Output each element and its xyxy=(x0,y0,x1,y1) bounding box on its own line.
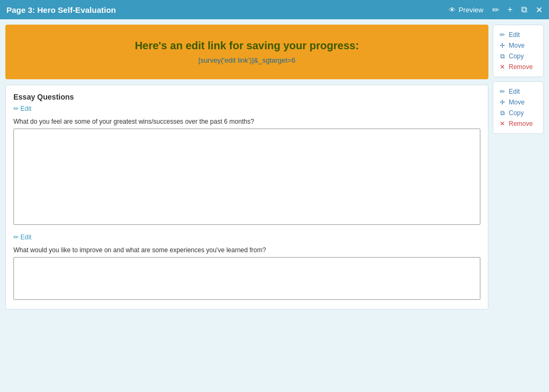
pencil-icon: ✏ xyxy=(13,105,19,112)
banner-link: [survey('edit link')]&_sgtarget=6 xyxy=(16,56,478,64)
copy-icon-button[interactable]: ⧉ xyxy=(521,5,527,14)
essay-edit-button[interactable]: ✏ Edit xyxy=(499,86,538,97)
essay-copy-icon: ⧉ xyxy=(499,109,506,117)
question-1-edit-link[interactable]: ✏ Edit xyxy=(13,233,32,241)
edit-icon: ✏ xyxy=(499,31,506,39)
essay-actions-group: ✏ Edit ✛ Move ⧉ Copy ✕ Remove xyxy=(493,81,544,134)
close-icon-button[interactable]: ✕ xyxy=(536,5,543,15)
essay-remove-button[interactable]: ✕ Remove xyxy=(499,118,538,129)
banner-move-button[interactable]: ✛ Move xyxy=(499,40,538,51)
essay-copy-button[interactable]: ⧉ Copy xyxy=(499,108,538,118)
edit-icon-button[interactable]: ✏ xyxy=(492,5,499,15)
banner-actions-group: ✏ Edit ✛ Move ⧉ Copy ✕ Remove xyxy=(493,25,544,77)
essay-edit-icon: ✏ xyxy=(499,88,506,95)
title-bar: Page 3: Hero Self-Evaluation 👁 Preview ✏… xyxy=(0,0,549,19)
left-column: Here's an edit link for saving your prog… xyxy=(5,25,488,387)
remove-icon: ✕ xyxy=(499,63,506,71)
title-bar-actions: 👁 Preview ✏ + ⧉ ✕ xyxy=(449,5,543,15)
main-content: Here's an edit link for saving your prog… xyxy=(0,19,549,392)
question-1-textarea[interactable] xyxy=(13,129,480,225)
preview-label: Preview xyxy=(458,6,483,14)
essay-move-icon: ✛ xyxy=(499,99,506,106)
essay-remove-icon: ✕ xyxy=(499,120,506,127)
preview-button[interactable]: 👁 Preview xyxy=(449,6,483,14)
question-1-label: What do you feel are some of your greate… xyxy=(13,118,480,125)
banner-block: Here's an edit link for saving your prog… xyxy=(5,25,488,79)
essay-move-button[interactable]: ✛ Move xyxy=(499,97,538,108)
page-title: Page 3: Hero Self-Evaluation xyxy=(6,5,116,14)
right-sidebar: ✏ Edit ✛ Move ⧉ Copy ✕ Remove ✏ Edit xyxy=(493,25,544,387)
essay-block-title: Essay Questions xyxy=(13,93,480,101)
question-2-textarea[interactable] xyxy=(13,257,480,300)
essay-block-edit-link[interactable]: ✏ Edit xyxy=(13,105,32,112)
copy-icon: ⧉ xyxy=(499,52,506,60)
banner-title: Here's an edit link for saving your prog… xyxy=(16,40,478,52)
pencil-icon-q1: ✏ xyxy=(13,233,19,241)
banner-copy-button[interactable]: ⧉ Copy xyxy=(499,51,538,62)
question-2-label: What would you like to improve on and wh… xyxy=(13,246,480,254)
essay-block: Essay Questions ✏ Edit What do you feel … xyxy=(5,85,488,310)
add-icon-button[interactable]: + xyxy=(508,5,513,14)
banner-remove-button[interactable]: ✕ Remove xyxy=(499,62,538,72)
banner-edit-button[interactable]: ✏ Edit xyxy=(499,29,538,40)
eye-icon: 👁 xyxy=(449,6,456,14)
move-icon: ✛ xyxy=(499,42,506,49)
